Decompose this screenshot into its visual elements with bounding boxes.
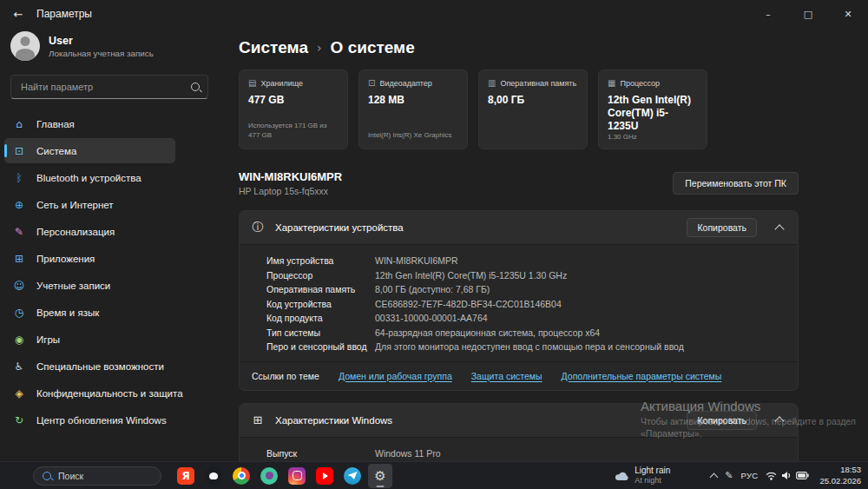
sidebar-item-home[interactable]: ⌂ Главная xyxy=(4,111,175,136)
settings-app-icon[interactable]: ⚙ xyxy=(368,464,392,488)
card-ram: ▥ Оперативная память 8,00 ГБ xyxy=(478,69,588,149)
nav-label: Игры xyxy=(36,334,60,345)
spec-label: Код устройства xyxy=(266,297,375,312)
user-account[interactable]: User Локальная учетная запись xyxy=(0,28,219,66)
sidebar: User Локальная учетная запись ⌂ Главная … xyxy=(0,28,219,461)
spec-row: Код продукта 00331-10000-00001-AA764 xyxy=(266,311,786,326)
clock-icon: ◷ xyxy=(12,307,26,319)
sidebar-item-personalization[interactable]: ✎ Персонализация xyxy=(4,219,175,244)
copy-device-specs-button[interactable]: Копировать xyxy=(687,218,757,237)
apps-grid-icon: ⊞ xyxy=(12,253,26,265)
spec-value: Windows 11 Pro xyxy=(375,446,441,461)
yandex-browser-icon[interactable]: Я xyxy=(174,464,198,488)
card-value: 8,00 ГБ xyxy=(488,94,578,107)
sidebar-item-time-language[interactable]: ◷ Время и язык xyxy=(4,300,175,325)
tray-overflow-chevron-icon[interactable] xyxy=(710,472,719,481)
weather-condition: Light rain xyxy=(635,466,670,476)
card-label: Процессор xyxy=(620,79,660,88)
windows-specs-expander[interactable]: ⊞ Характеристики Windows Копировать xyxy=(240,404,798,437)
breadcrumb: Система › О системе xyxy=(239,38,799,57)
device-specs-expander[interactable]: ⓘ Характеристики устройства Копировать xyxy=(240,211,798,244)
system-icon: ⊡ xyxy=(12,145,26,157)
sidebar-item-privacy[interactable]: ◈ Конфиденциальность и защита xyxy=(4,380,175,406)
taskbar: Поиск Я xyxy=(0,461,868,489)
back-icon[interactable]: ← xyxy=(0,8,36,21)
clock[interactable]: 18:53 25.02.2026 xyxy=(819,465,861,486)
sidebar-item-apps[interactable]: ⊞ Приложения xyxy=(4,246,175,271)
copy-windows-specs-button[interactable]: Копировать xyxy=(687,411,757,430)
taskbar-search-label: Поиск xyxy=(58,471,83,481)
taskbar-apps: Я xyxy=(174,464,392,488)
card-value: 12th Gen Intel(R) Core(TM) i5-1235U xyxy=(608,94,698,133)
sidebar-item-bluetooth[interactable]: ᛒ Bluetooth и устройства xyxy=(4,165,175,190)
settings-search[interactable] xyxy=(10,75,208,99)
avatar xyxy=(10,31,40,61)
breadcrumb-system[interactable]: Система xyxy=(239,38,308,57)
card-detail: Используется 171 GB из 477 GB xyxy=(248,122,339,141)
main-content: Система › О системе ▤ Хранилище 477 GB И… xyxy=(219,28,868,461)
chevron-up-icon xyxy=(774,416,784,426)
device-name-section: WIN-MI8RKUI6MPR HP Laptop 15s-fq5xxx Пер… xyxy=(239,170,799,196)
device-specs-rows: Имя устройства WIN-MI8RKUI6MPR Процессор… xyxy=(240,245,798,361)
maximize-icon[interactable]: □ xyxy=(788,0,828,28)
related-link[interactable]: Домен или рабочая группа xyxy=(339,371,452,381)
windows-specs-rows: Выпуск Windows 11 Pro xyxy=(240,438,798,462)
telegram-icon[interactable] xyxy=(340,464,365,488)
sidebar-item-gaming[interactable]: ◉ Игры xyxy=(4,327,175,352)
system-tray-area: Light rain At night ✎ РУС xyxy=(614,465,861,486)
cpu-icon: ▦ xyxy=(608,78,615,88)
instagram-icon[interactable] xyxy=(285,464,309,488)
wifi-icon xyxy=(766,471,777,480)
pen-tray-icon[interactable]: ✎ xyxy=(725,470,733,481)
chevron-up-icon xyxy=(774,224,784,234)
windows-logo-icon: ⊞ xyxy=(251,413,265,426)
bluetooth-icon: ᛒ xyxy=(12,172,26,184)
sidebar-item-accessibility[interactable]: ♿ Специальные возможности xyxy=(4,354,175,379)
device-specs-title: Характеристики устройства xyxy=(275,222,404,233)
weather-time: At night xyxy=(635,476,670,486)
related-links-row: Ссылки по теме Домен или рабочая группа … xyxy=(240,362,798,390)
settings-window: ← Параметры – □ ✕ User Локальная учетная… xyxy=(0,0,868,489)
weather-widget[interactable]: Light rain At night xyxy=(614,466,670,486)
spec-value: 64-разрядная операционная система, проце… xyxy=(375,326,600,340)
volume-icon xyxy=(781,471,792,480)
sidebar-item-accounts[interactable]: ☺ Учетные записи xyxy=(4,273,175,298)
accessibility-icon: ♿ xyxy=(12,360,26,373)
card-detail: Intel(R) Iris(R) Xe Graphics xyxy=(368,131,458,141)
sidebar-nav: ⌂ Главная ⊡ Система ᛒ Bluetooth и устрой… xyxy=(0,111,219,433)
card-label: Хранилище xyxy=(260,79,303,88)
battery-icon xyxy=(796,472,809,479)
spec-label: Имя устройства xyxy=(266,254,375,268)
spec-row: Процессор 12th Gen Intel(R) Core(TM) i5-… xyxy=(266,268,786,283)
title-bar: ← Параметры – □ ✕ xyxy=(0,0,868,28)
language-indicator[interactable]: РУС xyxy=(741,471,759,480)
taskbar-search[interactable]: Поиск xyxy=(33,466,161,486)
related-link[interactable]: Дополнительные параметры системы xyxy=(562,371,722,381)
update-icon: ↻ xyxy=(12,414,26,426)
sidebar-item-windows-update[interactable]: ↻ Центр обновления Windows xyxy=(4,407,175,433)
chrome-icon[interactable] xyxy=(229,464,253,488)
nav-label: Приложения xyxy=(36,254,95,264)
github-icon[interactable] xyxy=(201,464,226,488)
sidebar-item-system[interactable]: ⊡ Система xyxy=(4,138,175,163)
search-icon xyxy=(191,83,200,91)
info-icon: ⓘ xyxy=(251,220,265,235)
window-controls: – □ ✕ xyxy=(748,0,868,28)
nav-label: Сеть и Интернет xyxy=(36,200,114,210)
ram-icon: ▥ xyxy=(488,78,496,88)
system-tray-icons[interactable] xyxy=(766,471,809,480)
tor-browser-icon[interactable] xyxy=(257,464,281,488)
sidebar-item-network[interactable]: ⊕ Сеть и Интернет xyxy=(4,192,175,217)
settings-search-input[interactable] xyxy=(19,81,186,93)
card-cpu: ▦ Процессор 12th Gen Intel(R) Core(TM) i… xyxy=(598,69,707,149)
brush-icon: ✎ xyxy=(12,226,26,238)
rename-pc-button[interactable]: Переименовать этот ПК xyxy=(673,172,799,195)
related-link[interactable]: Защита системы xyxy=(471,371,542,381)
device-name: WIN-MI8RKUI6MPR xyxy=(239,170,342,183)
card-gpu: ⊡ Видеоадаптер 128 MB Intel(R) Iris(R) X… xyxy=(358,69,468,149)
spec-label: Оперативная память xyxy=(266,282,375,297)
minimize-icon[interactable]: – xyxy=(748,0,788,28)
spec-value: CE686892-7E7F-482D-BF34-C2C01B146B04 xyxy=(375,297,562,312)
youtube-icon[interactable] xyxy=(312,464,337,488)
close-icon[interactable]: ✕ xyxy=(828,0,868,28)
